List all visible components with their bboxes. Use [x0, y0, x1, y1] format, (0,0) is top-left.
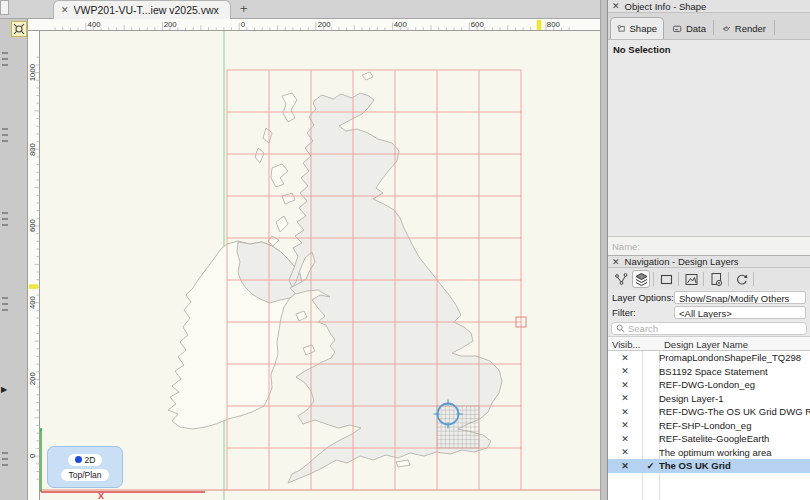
layer-options-label: Layer Options: [612, 292, 674, 303]
ruler-label: 0 [241, 20, 246, 29]
layer-name: REF-DWG-London_eg [659, 379, 810, 390]
palette-mark [2, 303, 8, 305]
view-name-pill[interactable]: Top/Plan [61, 469, 108, 481]
object-info-close-icon[interactable]: ✕ [612, 1, 620, 11]
drawing-canvas[interactable]: YX [40, 31, 600, 500]
design-layers-icon[interactable] [632, 270, 650, 288]
layer-row[interactable]: ✕Design Layer-1 [608, 392, 810, 406]
new-tab-button[interactable]: + [240, 1, 248, 16]
island-outline [268, 236, 279, 246]
visibility-x-mark[interactable]: ✕ [608, 447, 642, 457]
navigation-header[interactable]: ✕ Navigation - Design Layers [608, 255, 810, 268]
document-title: VWP201-VU-T...iew v2025.vwx [74, 4, 219, 16]
tab-data-label: Data [686, 23, 706, 34]
toolbar-separator [653, 272, 654, 286]
layer-row[interactable]: ✕PromapLondonShapeFile_TQ298 [608, 351, 810, 365]
ruler-origin-button[interactable] [11, 21, 27, 37]
visibility-x-mark[interactable]: ✕ [608, 366, 642, 376]
layer-row[interactable]: ✕REF-Satelite-GoogleEarth [608, 432, 810, 446]
search-icon [616, 324, 625, 333]
classes-icon[interactable] [657, 270, 675, 288]
view-mode-label: 2D [85, 455, 96, 465]
layer-rows: ✕PromapLondonShapeFile_TQ298✕BS1192 Spac… [608, 351, 810, 473]
layer-name: REF-Satelite-GoogleEarth [659, 433, 810, 444]
island-outline [276, 216, 288, 232]
toolbar-separator [753, 272, 754, 286]
layer-row[interactable]: ✕REF-SHP-London_eg [608, 419, 810, 433]
visibility-x-mark[interactable]: ✕ [608, 353, 642, 363]
object-name-row: Name: [608, 236, 810, 255]
ruler-label: 200 [318, 20, 332, 29]
island-outline [255, 148, 264, 163]
layer-options-dropdown[interactable]: Show/Snap/Modify Others [674, 291, 806, 304]
document-tab-bar: ✕ VWP201-VU-T...iew v2025.vwx + [0, 0, 600, 19]
layer-row[interactable]: ✕BS1192 Space Statement [608, 365, 810, 379]
palette-mark [2, 297, 8, 299]
search-box[interactable] [611, 322, 807, 335]
island-outline [296, 311, 307, 321]
tab-data[interactable]: Data [666, 17, 712, 39]
tab-render[interactable]: Render [716, 17, 772, 39]
island-outline [271, 164, 288, 187]
layer-row[interactable]: ✕✓The OS UK Grid [608, 459, 810, 473]
no-selection-label: No Selection [613, 44, 671, 55]
y-axis-label: Y [40, 427, 42, 437]
visibility-column-header[interactable]: Visib... [612, 339, 640, 350]
layer-options-row: Layer Options: Show/Snap/Modify Others [608, 290, 810, 305]
ruler-label: 0 [28, 453, 37, 458]
x-axis-label: X [98, 491, 104, 500]
palette-mark [2, 64, 8, 66]
palette-mark [2, 452, 8, 454]
visibility-x-mark[interactable]: ✕ [608, 420, 642, 430]
tab-shape[interactable]: Shape [610, 17, 664, 39]
visibility-x-mark[interactable]: ✕ [608, 434, 642, 444]
palette-mark [2, 52, 8, 54]
layer-name: REF-SHP-London_eg [659, 420, 810, 431]
visibility-x-mark[interactable]: ✕ [608, 380, 642, 390]
navigation-options: Layer Options: Show/Snap/Modify Others F… [608, 290, 810, 320]
ruler-marker [537, 20, 542, 30]
palette-mark [2, 134, 8, 136]
palette-mark [2, 224, 8, 226]
visibility-x-mark[interactable]: ✕ [608, 461, 642, 471]
view-mode-pill[interactable]: 2D [68, 454, 103, 466]
ruler-label: 400 [88, 20, 102, 29]
document-tab[interactable]: ✕ VWP201-VU-T...iew v2025.vwx [53, 0, 231, 19]
saved-views-icon[interactable] [682, 270, 700, 288]
palette-edge [0, 0, 9, 15]
layer-name: REF-DWG-The OS UK Grid DWG REF [659, 406, 810, 417]
visibility-x-mark[interactable]: ✕ [608, 393, 642, 403]
ruler-label: 200 [28, 372, 37, 386]
navigation-close-icon[interactable]: ✕ [612, 257, 620, 267]
layer-row[interactable]: ✕REF-DWG-London_eg [608, 378, 810, 392]
filter-dropdown[interactable]: <All Layers> [674, 306, 806, 319]
view-mode-badge: 2D Top/Plan [47, 446, 123, 488]
connections-icon[interactable] [612, 270, 630, 288]
ruler-label: 400 [28, 295, 37, 309]
ruler-label: 800 [547, 20, 561, 29]
filter-row: Filter: <All Layers> [608, 305, 810, 320]
name-column-header[interactable]: Design Layer Name [664, 339, 748, 350]
toolbar-separator [703, 272, 704, 286]
data-tab-icon [672, 22, 682, 35]
tab-separator [713, 20, 714, 35]
object-info-header[interactable]: ✕ Object Info - Shape [608, 0, 810, 13]
tab-close-icon[interactable]: ✕ [61, 5, 69, 15]
search-input[interactable] [628, 323, 788, 334]
application-window: ✕ VWP201-VU-T...iew v2025.vwx + ▶ 400200… [0, 0, 810, 500]
layer-name: The OS UK Grid [659, 460, 810, 471]
tab-shape-label: Shape [630, 23, 657, 34]
references-icon[interactable] [732, 270, 750, 288]
viewports-icon[interactable] [707, 270, 725, 288]
layer-row[interactable]: ✕The optimum working area [608, 446, 810, 460]
right-panel: ✕ Object Info - Shape Shape Data [608, 0, 810, 500]
visibility-x-mark[interactable]: ✕ [608, 407, 642, 417]
mode-dot-icon [75, 456, 82, 463]
layer-row[interactable]: ✕REF-DWG-The OS UK Grid DWG REF [608, 405, 810, 419]
navigation-title: Navigation - Design Layers [625, 256, 739, 267]
filter-label: Filter: [612, 307, 636, 318]
view-name-label: Top/Plan [68, 470, 101, 480]
ruler-marker [29, 284, 38, 289]
panel-divider[interactable] [600, 0, 608, 500]
top-ruler: 4002000200400600800 [28, 19, 600, 31]
